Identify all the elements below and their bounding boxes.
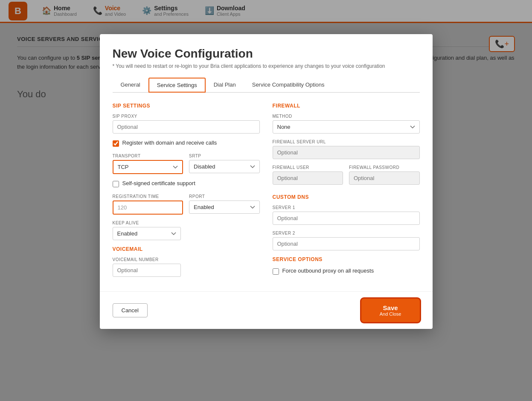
reg-time-label: REGISTRATION TIME <box>113 194 183 199</box>
dns-server1-group: SERVER 1 <box>273 205 420 225</box>
reg-time-input[interactable] <box>113 200 183 215</box>
firewall-password-input[interactable] <box>349 171 420 185</box>
sip-settings-header: SIP SETTINGS <box>113 103 260 109</box>
transport-select[interactable]: UDP TCP TLS <box>113 160 183 174</box>
right-column: FIREWALL METHOD None STUN ICE FIREWALL S… <box>273 103 420 283</box>
firewall-user-label: FIREWALL USER <box>273 165 343 170</box>
register-label: Register with domain and receive calls <box>122 139 217 146</box>
rport-group: RPORT Enabled Disabled <box>189 194 260 215</box>
reg-time-group: REGISTRATION TIME <box>113 194 183 215</box>
register-checkbox-row: Register with domain and receive calls <box>113 139 260 148</box>
custom-dns-section: CUSTOM DNS SERVER 1 SERVER 2 <box>273 194 420 250</box>
voicemail-section: VOICEMAIL VOICEMAIL NUMBER <box>113 246 260 277</box>
dns-server2-label: SERVER 2 <box>273 231 420 235</box>
firewall-password-label: FIREWALL PASSWORD <box>349 165 420 170</box>
regtime-rport-row: REGISTRATION TIME RPORT Enabled Disabled <box>113 194 260 221</box>
firewall-method-group: METHOD None STUN ICE <box>273 114 420 134</box>
force-proxy-row: Force outbound proxy on all requests <box>273 267 420 276</box>
force-proxy-label: Force outbound proxy on all requests <box>282 267 374 274</box>
register-checkbox[interactable] <box>113 140 119 147</box>
firewall-method-select[interactable]: None STUN ICE <box>273 120 420 134</box>
dns-server2-input[interactable] <box>273 237 420 250</box>
force-proxy-checkbox[interactable] <box>273 268 279 275</box>
tab-service-settings[interactable]: Service Settings <box>148 78 206 93</box>
voicemail-number-input[interactable] <box>113 264 181 277</box>
firewall-user-group: FIREWALL USER <box>273 165 343 185</box>
modal-tabs: General Service Settings Dial Plan Servi… <box>113 78 420 93</box>
dns-server1-input[interactable] <box>273 212 420 225</box>
custom-dns-header: CUSTOM DNS <box>273 194 420 200</box>
self-signed-row: Self-signed certificate support <box>113 180 260 188</box>
tab-service-compat[interactable]: Service Compatibility Options <box>244 78 333 93</box>
modal-overlay: New Voice Configuration * You will need … <box>0 0 532 401</box>
transport-srtp-row: TRANSPORT UDP TCP TLS SRTP Disabled <box>113 154 260 180</box>
voicemail-number-group: VOICEMAIL NUMBER <box>113 257 260 277</box>
keep-alive-select[interactable]: Enabled Disabled <box>113 227 181 240</box>
rport-label: RPORT <box>189 194 260 199</box>
tab-general[interactable]: General <box>113 78 148 93</box>
rport-select[interactable]: Enabled Disabled <box>189 200 260 214</box>
self-signed-label: Self-signed certificate support <box>122 180 195 186</box>
sip-proxy-input[interactable] <box>113 120 260 134</box>
voicemail-header: VOICEMAIL <box>113 246 260 252</box>
new-voice-config-modal: New Voice Configuration * You will need … <box>100 34 433 329</box>
save-button[interactable]: Save And Close <box>361 299 420 322</box>
firewall-password-group: FIREWALL PASSWORD <box>349 165 420 185</box>
firewall-user-pass-row: FIREWALL USER FIREWALL PASSWORD <box>273 165 420 191</box>
firewall-server-url-label: FIREWALL SERVER URL <box>273 139 420 144</box>
modal-content: SIP SETTINGS SIP PROXY Register with dom… <box>113 103 420 283</box>
sip-proxy-label: SIP PROXY <box>113 114 260 119</box>
tab-dial-plan[interactable]: Dial Plan <box>206 78 244 93</box>
firewall-server-url-input[interactable] <box>273 146 420 159</box>
keep-alive-label: KEEP ALIVE <box>113 221 260 225</box>
modal-subtitle: * You will need to restart or re-login t… <box>113 63 420 69</box>
modal-footer: Cancel Save And Close <box>100 291 433 329</box>
firewall-header: FIREWALL <box>273 103 420 109</box>
modal-title: New Voice Configuration <box>113 47 420 61</box>
dns-server1-label: SERVER 1 <box>273 205 420 210</box>
firewall-server-url-group: FIREWALL SERVER URL <box>273 139 420 159</box>
dns-server2-group: SERVER 2 <box>273 231 420 250</box>
transport-group: TRANSPORT UDP TCP TLS <box>113 154 183 174</box>
firewall-method-label: METHOD <box>273 114 420 119</box>
srtp-label: SRTP <box>189 154 260 158</box>
transport-label: TRANSPORT <box>113 154 183 158</box>
firewall-user-input[interactable] <box>273 171 343 185</box>
self-signed-checkbox[interactable] <box>113 181 119 187</box>
srtp-group: SRTP Disabled Enabled <box>189 154 260 174</box>
cancel-button[interactable]: Cancel <box>113 303 148 317</box>
keep-alive-group: KEEP ALIVE Enabled Disabled <box>113 221 260 240</box>
service-options-section: SERVICE OPTIONS Force outbound proxy on … <box>273 256 420 276</box>
service-options-header: SERVICE OPTIONS <box>273 256 420 262</box>
sip-proxy-group: SIP PROXY <box>113 114 260 134</box>
left-column: SIP SETTINGS SIP PROXY Register with dom… <box>113 103 260 283</box>
srtp-select[interactable]: Disabled Enabled <box>189 160 260 173</box>
voicemail-number-label: VOICEMAIL NUMBER <box>113 257 260 262</box>
